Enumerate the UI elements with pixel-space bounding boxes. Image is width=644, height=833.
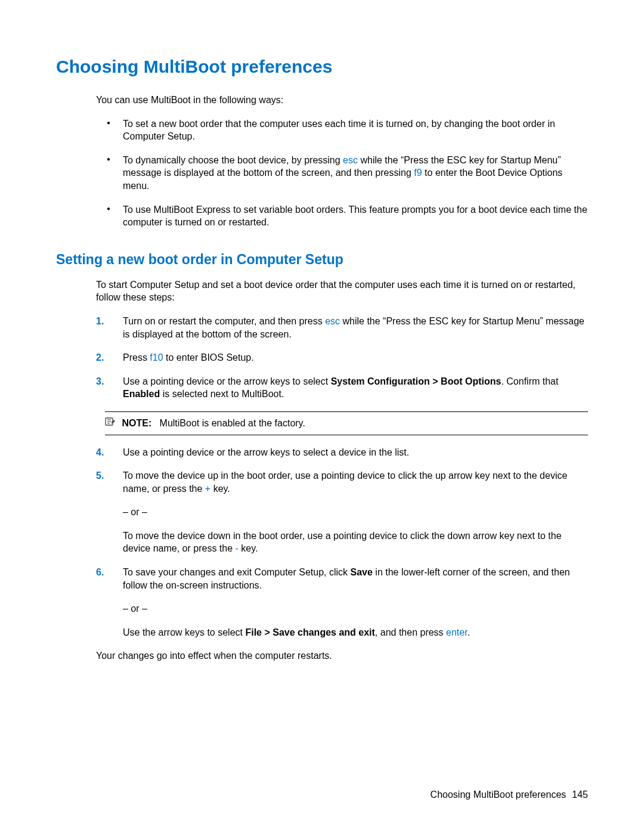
- step-number: 2.: [96, 351, 104, 364]
- footer-section-name: Choosing MultiBoot preferences: [431, 789, 566, 800]
- list-text: To set a new boot order that the compute…: [123, 119, 555, 142]
- step-text: Use a pointing device or the arrow keys …: [123, 447, 409, 457]
- sub-intro-paragraph: To start Computer Setup and set a boot d…: [96, 278, 588, 304]
- page-footer: Choosing MultiBoot preferences145: [431, 789, 588, 800]
- step-text: key.: [239, 543, 258, 553]
- step-item: 5. To move the device up in the boot ord…: [96, 469, 588, 555]
- note-box: NOTE: MultiBoot is enabled at the factor…: [105, 411, 588, 435]
- keyword-esc: esc: [325, 316, 340, 326]
- step-number: 6.: [96, 566, 104, 579]
- list-text: To use MultiBoot Express to set variable…: [123, 205, 587, 228]
- step-number: 1.: [96, 315, 104, 328]
- bold-text: Enabled: [123, 389, 160, 399]
- step-item: 3. Use a pointing device or the arrow ke…: [96, 375, 588, 401]
- note-label: NOTE:: [122, 418, 151, 428]
- page-title: Choosing MultiBoot preferences: [56, 57, 588, 77]
- keyword-plus: +: [205, 484, 210, 494]
- step-text: Use a pointing device or the arrow keys …: [123, 376, 331, 386]
- or-separator: – or –: [123, 506, 588, 519]
- step-number: 3.: [96, 375, 104, 388]
- step-text: To move the device down in the boot orde…: [123, 531, 562, 554]
- step-text: key.: [210, 484, 230, 494]
- note-text: [154, 418, 160, 428]
- list-item: To use MultiBoot Express to set variable…: [96, 203, 588, 229]
- step-text: .: [467, 627, 470, 637]
- step-text: Use the arrow keys to select: [123, 627, 245, 637]
- bold-text: Save: [351, 567, 373, 577]
- step-text: Press: [123, 352, 150, 363]
- or-separator: – or –: [123, 602, 588, 615]
- step-text: Turn on or restart the computer, and the…: [123, 316, 325, 326]
- closing-paragraph: Your changes go into effect when the com…: [96, 649, 588, 662]
- document-page: Choosing MultiBoot preferences You can u…: [0, 0, 644, 833]
- step-item: 4. Use a pointing device or the arrow ke…: [96, 446, 588, 459]
- keyword-esc: esc: [343, 155, 358, 165]
- ordered-steps-continued: 4. Use a pointing device or the arrow ke…: [96, 446, 588, 639]
- step-text: To save your changes and exit Computer S…: [123, 567, 351, 577]
- intro-paragraph: You can use MultiBoot in the following w…: [96, 94, 588, 107]
- list-text: To dynamically choose the boot device, b…: [123, 155, 343, 165]
- step-text: . Confirm that: [501, 376, 558, 386]
- step-text: To move the device down in the boot orde…: [123, 529, 588, 555]
- bold-text: System Configuration > Boot Options: [331, 376, 501, 386]
- list-item: To dynamically choose the boot device, b…: [96, 154, 588, 193]
- footer-page-number: 145: [572, 789, 588, 800]
- bullet-list: To set a new boot order that the compute…: [96, 117, 588, 229]
- step-text: to enter BIOS Setup.: [163, 352, 254, 363]
- step-text: To move the device up in the boot order,…: [123, 470, 567, 494]
- keyword-f9: f9: [414, 168, 422, 178]
- subsection-title: Setting a new boot order in Computer Set…: [56, 252, 588, 268]
- step-text: Use the arrow keys to select File > Save…: [123, 626, 588, 639]
- bold-text: File > Save changes and exit: [245, 627, 374, 637]
- keyword-f10: f10: [150, 352, 163, 363]
- step-text: , and then press: [375, 627, 446, 637]
- ordered-steps: 1. Turn on or restart the computer, and …: [96, 315, 588, 401]
- step-number: 4.: [96, 446, 104, 459]
- keyword-enter: enter: [446, 627, 467, 637]
- step-number: 5.: [96, 469, 104, 482]
- note-text: MultiBoot is enabled at the factory.: [160, 418, 305, 428]
- step-item: 2. Press f10 to enter BIOS Setup.: [96, 351, 588, 364]
- step-item: 6. To save your changes and exit Compute…: [96, 566, 588, 639]
- list-item: To set a new boot order that the compute…: [96, 117, 588, 143]
- step-text: is selected next to MultiBoot.: [160, 389, 284, 399]
- note-icon: [105, 417, 116, 430]
- step-item: 1. Turn on or restart the computer, and …: [96, 315, 588, 340]
